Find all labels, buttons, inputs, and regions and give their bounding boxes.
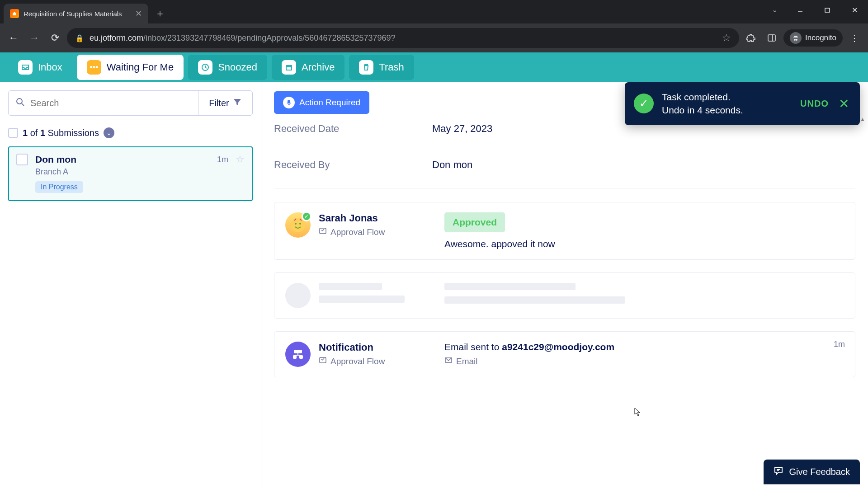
incognito-label: Incognito xyxy=(805,33,836,42)
email-icon xyxy=(444,356,453,366)
svg-rect-1 xyxy=(825,8,830,12)
tab-snoozed-label: Snoozed xyxy=(218,61,257,73)
toast-undo-button[interactable]: UNDO xyxy=(800,99,829,109)
browser-tab[interactable]: Requisition of Supplies Materials ✕ xyxy=(4,4,148,23)
search-input[interactable] xyxy=(30,98,191,108)
search-filter-row: Filter xyxy=(8,90,253,116)
give-feedback-button[interactable]: Give Feedback xyxy=(764,460,860,484)
inbox-icon xyxy=(18,60,33,75)
tab-inbox[interactable]: Inbox xyxy=(8,55,72,80)
svg-rect-15 xyxy=(299,355,303,359)
tabs-dropdown-icon[interactable]: ⌄ xyxy=(772,5,778,14)
activity-email-sent: Email sent to a9241c29@moodjoy.com xyxy=(444,342,844,352)
submissions-sidebar: Filter 1 of 1 Submissions ⌄ Don mon 1m ☆… xyxy=(0,82,261,488)
app-header-tabs: Inbox ••• Waiting For Me Snoozed Archive… xyxy=(0,52,868,82)
url-text: eu.jotform.com/inbox/231393247798469/pen… xyxy=(90,33,717,43)
tab-archive[interactable]: Archive xyxy=(272,55,344,80)
tab-snoozed[interactable]: Snoozed xyxy=(188,55,267,80)
field-received-by: Received By Don mon xyxy=(261,154,868,176)
toast-close-icon[interactable]: ✕ xyxy=(837,96,851,111)
submission-star-icon[interactable]: ☆ xyxy=(236,154,245,165)
incognito-icon xyxy=(790,32,802,44)
toast-message: Task completed. Undo in 4 seconds. xyxy=(662,90,792,117)
bell-icon xyxy=(283,97,295,108)
submission-branch: Branch A xyxy=(35,167,245,177)
activity-card-loading xyxy=(274,272,855,319)
feedback-icon xyxy=(774,466,783,478)
select-all-checkbox[interactable] xyxy=(8,128,18,138)
incognito-indicator[interactable]: Incognito xyxy=(783,29,843,47)
flow-icon xyxy=(319,227,327,237)
bookmark-star-icon[interactable]: ☆ xyxy=(722,32,731,44)
section-divider xyxy=(274,188,855,188)
submission-card[interactable]: Don mon 1m ☆ Branch A In Progress xyxy=(8,146,253,201)
forward-button[interactable]: → xyxy=(25,29,43,47)
snoozed-icon xyxy=(198,60,212,75)
side-panel-icon[interactable] xyxy=(763,29,781,47)
submission-time: 1m xyxy=(217,155,228,164)
extensions-icon[interactable] xyxy=(742,29,760,47)
field-label: Received By xyxy=(274,159,432,171)
reload-button[interactable]: ⟳ xyxy=(46,29,64,47)
back-button[interactable]: ← xyxy=(5,29,23,47)
tab-waiting-for-me[interactable]: ••• Waiting For Me xyxy=(77,55,184,80)
tab-inbox-label: Inbox xyxy=(38,61,62,73)
svg-rect-14 xyxy=(293,355,297,359)
avatar: ✓ xyxy=(285,212,311,238)
activity-flow-label: Approval Flow xyxy=(319,227,436,237)
action-required-button[interactable]: Action Required xyxy=(274,91,369,114)
search-icon xyxy=(16,98,25,109)
toast-success-icon: ✓ xyxy=(634,94,654,113)
filter-icon xyxy=(233,98,242,109)
action-required-label: Action Required xyxy=(299,98,360,108)
window-close-button[interactable]: ✕ xyxy=(841,0,868,20)
browser-toolbar: ← → ⟳ 🔒 eu.jotform.com/inbox/23139324779… xyxy=(0,23,868,52)
trash-icon xyxy=(359,60,373,75)
app-body: Filter 1 of 1 Submissions ⌄ Don mon 1m ☆… xyxy=(0,82,868,488)
submission-name: Don mon xyxy=(35,154,210,165)
tab-strip: Requisition of Supplies Materials ✕ ＋ ⌄ … xyxy=(0,0,868,23)
filter-label: Filter xyxy=(209,98,229,108)
waiting-icon: ••• xyxy=(87,60,101,75)
submissions-count-text: 1 of 1 Submissions xyxy=(23,128,99,138)
activity-time: 1m xyxy=(834,340,845,349)
window-maximize-button[interactable] xyxy=(814,0,841,20)
detail-pane: ✓ Task completed. Undo in 4 seconds. UND… xyxy=(261,82,868,488)
tab-title: Requisition of Supplies Materials xyxy=(24,10,122,18)
submission-checkbox[interactable] xyxy=(16,154,28,165)
submissions-count-row: 1 of 1 Submissions ⌄ xyxy=(8,127,253,138)
new-tab-button[interactable]: ＋ xyxy=(152,5,168,22)
tab-close-icon[interactable]: ✕ xyxy=(135,9,142,19)
archive-icon xyxy=(282,60,296,75)
activity-user-name: Sarah Jonas xyxy=(319,212,436,224)
activity-title: Notification xyxy=(319,342,436,353)
browser-menu-icon[interactable]: ⋮ xyxy=(845,29,863,47)
avatar-check-icon: ✓ xyxy=(302,211,311,221)
search-input-wrapper[interactable] xyxy=(9,91,198,115)
cursor-icon xyxy=(634,408,641,418)
svg-point-10 xyxy=(295,223,297,225)
tab-waiting-label: Waiting For Me xyxy=(107,61,174,73)
browser-chrome: Requisition of Supplies Materials ✕ ＋ ⌄ … xyxy=(0,0,868,52)
svg-point-7 xyxy=(17,99,22,104)
svg-point-11 xyxy=(299,223,301,225)
submissions-sort-dropdown[interactable]: ⌄ xyxy=(104,127,114,138)
tab-archive-label: Archive xyxy=(302,61,335,73)
avatar-notification xyxy=(285,342,311,367)
svg-rect-6 xyxy=(286,67,292,70)
submission-status-badge: In Progress xyxy=(35,181,83,193)
favicon-icon xyxy=(10,9,19,18)
svg-line-8 xyxy=(22,103,24,106)
window-minimize-button[interactable] xyxy=(787,0,814,20)
field-label: Received Date xyxy=(274,123,432,135)
tab-trash[interactable]: Trash xyxy=(349,55,414,80)
activity-card-notification: Notification Approval Flow Email sent to… xyxy=(274,331,855,377)
address-bar[interactable]: 🔒 eu.jotform.com/inbox/231393247798469/p… xyxy=(67,28,739,48)
skeleton-avatar xyxy=(285,283,311,308)
lock-icon: 🔒 xyxy=(75,34,84,42)
activity-flow-label: Approval Flow xyxy=(319,356,436,366)
scroll-up-icon[interactable]: ▲ xyxy=(859,116,866,123)
field-value: May 27, 2023 xyxy=(432,123,492,135)
field-value: Don mon xyxy=(432,159,472,171)
filter-button[interactable]: Filter xyxy=(198,91,252,115)
